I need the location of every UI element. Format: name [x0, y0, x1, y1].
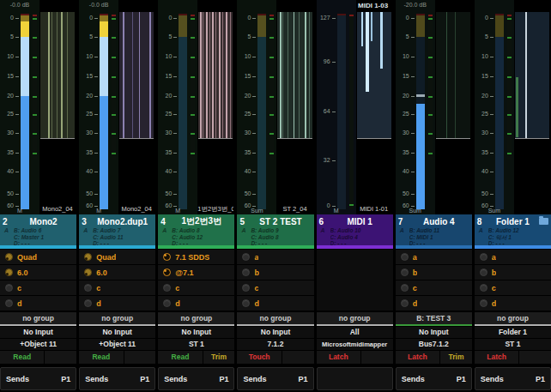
automation-mode-button[interactable]: Read	[0, 351, 44, 364]
channel-name[interactable]: ST 2 TEST	[250, 217, 311, 226]
channel-header[interactable]: 2 Mono2 A B: Audio 6 C: Master 1 D: - - …	[0, 214, 76, 249]
channel-name[interactable]: Audio 4	[409, 217, 469, 226]
channel-name[interactable]: Mono2	[13, 217, 74, 226]
config-slot-button[interactable]: d	[475, 296, 551, 311]
sends-button[interactable]	[317, 367, 393, 390]
output-routing-button[interactable]: Bus7.1.2	[396, 339, 472, 350]
automation-mode-button[interactable]: Touch	[237, 351, 281, 364]
config-slot-button[interactable]: a	[237, 250, 313, 264]
sends-page-label: P1	[457, 375, 466, 383]
input-routing-button[interactable]: No Input	[79, 327, 155, 338]
scale-tick-mark	[490, 133, 493, 134]
group-assign-button[interactable]: no group	[237, 312, 313, 326]
output-routing-button[interactable]: Microsoftmidimapper	[317, 339, 393, 350]
input-routing-button[interactable]: No Input	[396, 327, 472, 338]
config-slot-button[interactable]: c	[237, 280, 313, 295]
config-slot-button[interactable]: b	[396, 265, 472, 280]
config-slot-button[interactable]: c	[79, 280, 155, 295]
channel-name[interactable]: 1번2번3번	[171, 215, 232, 227]
scale-tick-label: 15	[475, 73, 488, 80]
scale-tick-mark	[15, 194, 19, 195]
automation-trim-button[interactable]	[361, 351, 393, 364]
channel-name[interactable]: Folder 1	[487, 217, 538, 226]
input-routing-button[interactable]: Folder 1	[475, 327, 551, 338]
group-assign-button[interactable]: B: TEST 3	[396, 312, 472, 326]
config-slot-button[interactable]: a	[475, 250, 551, 264]
group-assign-button[interactable]: no group	[475, 312, 551, 326]
config-slot-button[interactable]: c	[396, 280, 472, 295]
config-slot-button[interactable]: d	[396, 296, 472, 311]
sends-button[interactable]: Sends P1	[396, 367, 472, 390]
config-slot-button[interactable]: c	[475, 280, 551, 295]
config-slot-button[interactable]: Quad	[0, 250, 76, 264]
output-routing-button[interactable]: +Object 11	[0, 339, 76, 350]
channel-strip-6: MIDI 1-03 1279664320 M MIDI 1-01 6 MIDI …	[317, 0, 393, 392]
automation-trim-button[interactable]	[519, 351, 551, 364]
input-routing-button[interactable]: No Input	[0, 327, 76, 338]
config-slot-button[interactable]: b	[475, 265, 551, 280]
channel-header[interactable]: 6 MIDI 1 A B: Audio 10 C: Audio 4 D: - -…	[317, 214, 393, 249]
automation-mode-button[interactable]: Read	[158, 351, 202, 364]
output-routing-button[interactable]: ST 1	[475, 339, 551, 350]
channel-header[interactable]: 8 Folder 1 A B: Audio 12 C: 믹서 1 D: - - …	[475, 214, 551, 249]
scale-tick-label: 35	[237, 149, 251, 156]
group-assign-button[interactable]: no group	[79, 312, 155, 326]
channel-overview-display[interactable]	[357, 12, 391, 139]
config-slot-button[interactable]: @7.1	[158, 265, 234, 280]
automation-trim-button[interactable]	[45, 351, 76, 364]
sends-button[interactable]: Sends P1	[237, 367, 313, 390]
config-slot-button[interactable]: Quad	[79, 250, 155, 264]
channel-header[interactable]: 4 1번2번3번 A B: Audio 8 C: Audio 12 D: - -…	[158, 214, 234, 249]
output-routing-button[interactable]: +Object 11	[79, 339, 155, 350]
channel-overview-display[interactable]	[277, 12, 312, 139]
clip-indicator	[269, 15, 274, 16]
input-routing-button[interactable]: All	[317, 327, 393, 338]
config-slot-button[interactable]: 6.0	[0, 265, 76, 280]
sends-button[interactable]: Sends P1	[0, 367, 76, 390]
channel-overview-display[interactable]	[119, 12, 154, 139]
sends-button[interactable]: Sends P1	[79, 367, 155, 390]
config-slot-button[interactable]: b	[237, 265, 313, 280]
channel-header[interactable]: 5 ST 2 TEST A B: Audio 9 C: Audio 8 D: -…	[237, 214, 313, 249]
output-routing-button[interactable]: ST 1	[158, 339, 234, 350]
automation-mode-button[interactable]: Latch	[475, 351, 518, 364]
automation-trim-button[interactable]	[124, 351, 156, 364]
group-assign-button[interactable]: no group	[317, 312, 393, 326]
config-slot-button[interactable]: 7.1 SDDS	[158, 250, 234, 264]
automation-trim-button[interactable]: Trim	[203, 351, 235, 364]
channel-overview-display[interactable]	[436, 12, 470, 139]
scale-tick-mark	[252, 133, 256, 134]
clip-indicator	[507, 15, 512, 16]
config-slot-button[interactable]: d	[158, 296, 234, 311]
sends-button[interactable]: Sends P1	[475, 367, 551, 390]
channel-overview-display[interactable]	[515, 12, 549, 139]
config-slot-button[interactable]: c	[158, 280, 234, 295]
config-slot-button[interactable]: d	[79, 296, 155, 311]
channel-name[interactable]: MIDI 1	[330, 217, 391, 226]
input-routing-button[interactable]: No Input	[158, 327, 234, 338]
sends-button[interactable]: Sends P1	[158, 367, 234, 390]
automation-mode-button[interactable]: Latch	[317, 351, 360, 364]
output-routing-button[interactable]: 7.1.2	[237, 339, 313, 350]
config-slot-button[interactable]: a	[396, 250, 472, 264]
channel-header[interactable]: 7 Audio 4 A B: Audio 11 C: MIDI 1 D: - -…	[396, 214, 472, 249]
group-assign-button[interactable]: no group	[0, 312, 76, 326]
channel-header[interactable]: 3 Mono2.dup1 A B: Audio 7 C: Audio 11 D:…	[79, 214, 155, 249]
config-slot-button[interactable]: c	[0, 280, 76, 295]
config-slot-button[interactable]: 6.0	[79, 265, 155, 280]
channel-overview-display[interactable]	[40, 12, 75, 139]
input-routing-button[interactable]: No Input	[237, 327, 313, 338]
config-slot-button[interactable]: d	[237, 296, 313, 311]
meter-area: -0.0 dB 05101520253035405060 M Mono2_04	[0, 0, 76, 214]
channel-overview-display[interactable]	[198, 12, 233, 139]
scale-tick-mark	[490, 172, 493, 172]
channel-name[interactable]: Mono2.dup1	[92, 217, 153, 226]
automation-mode-button[interactable]: Read	[79, 351, 123, 364]
config-slot-button[interactable]: d	[0, 296, 76, 311]
automation-trim-button[interactable]: Trim	[440, 351, 472, 364]
automation-mode-button[interactable]: Latch	[396, 351, 439, 364]
scale-tick-label: 0	[237, 15, 251, 21]
automation-trim-button[interactable]	[282, 351, 314, 364]
channel-config-info: A B: Audio 7 C: Audio 11 D: - - -	[82, 227, 153, 247]
group-assign-button[interactable]: no group	[158, 312, 234, 326]
